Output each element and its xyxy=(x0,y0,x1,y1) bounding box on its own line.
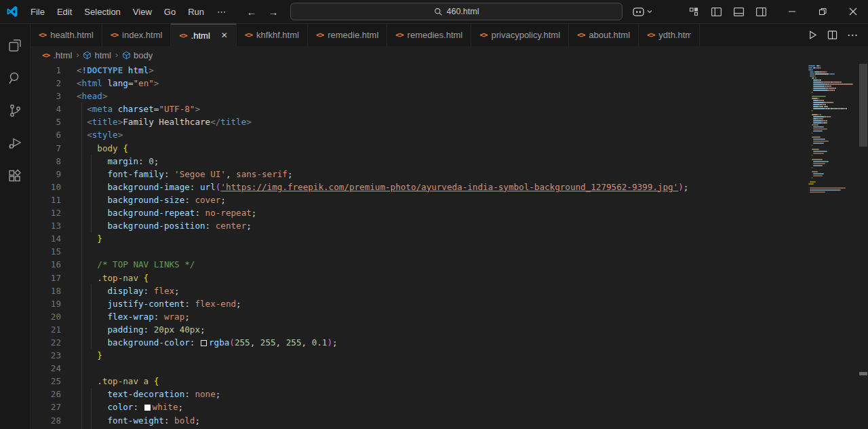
html-file-icon: <> xyxy=(245,31,252,39)
tab-label: .html xyxy=(191,31,210,41)
breadcrumb-symbol-html[interactable]: html xyxy=(83,50,111,60)
copilot-menu-button[interactable] xyxy=(632,7,653,17)
minimap-line xyxy=(810,187,846,189)
run-file-icon[interactable] xyxy=(808,30,818,40)
go-back-button[interactable]: ← xyxy=(244,4,259,19)
minimap[interactable] xyxy=(807,64,856,429)
minimap-line xyxy=(813,106,818,107)
editor-group: <>health.html<>index.html<>.html✕<>khfkh… xyxy=(31,24,868,429)
minimap-line xyxy=(823,118,824,119)
code-line-11: 11 background-size: cover; xyxy=(31,193,868,206)
tab-khfkhf-html[interactable]: <>khfkhf.html xyxy=(237,24,308,46)
minimap-line xyxy=(833,102,834,103)
chevron-down-icon xyxy=(646,8,653,15)
code-line-1: 1<!DOCTYPE html> xyxy=(31,64,868,77)
menu-bar: FileEditSelectionViewGoRun xyxy=(24,0,210,24)
minimap-line xyxy=(826,71,827,73)
tab-index-html[interactable]: <>index.html xyxy=(102,24,172,46)
restore-icon[interactable] xyxy=(807,0,837,23)
scrollbar-thumb[interactable] xyxy=(859,64,867,147)
line-number: 8 xyxy=(31,155,77,168)
split-editor-icon[interactable] xyxy=(827,30,837,40)
minimap-line xyxy=(813,67,816,69)
search-icon xyxy=(434,7,443,16)
menu-selection[interactable]: Selection xyxy=(78,0,126,24)
customize-layout-button[interactable] xyxy=(685,3,703,20)
line-number: 12 xyxy=(31,206,77,219)
tab-remedies-html[interactable]: <>remedies.html xyxy=(387,24,471,46)
menu-view[interactable]: View xyxy=(127,0,158,24)
line-number: 9 xyxy=(31,168,77,181)
minimap-line xyxy=(813,126,824,128)
tab--html[interactable]: <>.html✕ xyxy=(171,24,236,46)
source-control-icon[interactable] xyxy=(0,94,31,127)
minimap-line xyxy=(833,81,841,83)
line-number: 15 xyxy=(31,245,77,258)
close-icon[interactable] xyxy=(837,0,868,23)
code-line-8: 8 margin: 0; xyxy=(31,155,868,168)
minimap-line xyxy=(812,124,818,126)
minimap-line xyxy=(846,108,847,109)
minimap-line xyxy=(813,108,825,109)
tab-health-html[interactable]: <>health.html xyxy=(31,24,102,46)
more-actions-icon[interactable]: ⋯ xyxy=(847,29,859,41)
symbol-cube-icon xyxy=(122,51,131,60)
minimap-line xyxy=(810,191,825,193)
minimap-line xyxy=(813,122,822,124)
breadcrumb-symbol-body[interactable]: body xyxy=(122,50,153,60)
code-line-9: 9 font-family: 'Segoe UI', sans-serif; xyxy=(31,168,868,181)
minimap-line xyxy=(812,136,821,138)
line-number: 16 xyxy=(31,258,77,271)
toggle-panel-button[interactable] xyxy=(730,3,747,20)
toggle-secondary-sidebar-button[interactable] xyxy=(752,3,770,20)
code-line-4: 4 <meta charset="UTF-8"> xyxy=(31,102,868,115)
menu-run[interactable]: Run xyxy=(182,0,210,24)
tab-close-icon[interactable]: ✕ xyxy=(221,31,228,40)
minimap-line xyxy=(823,100,825,101)
indent-guide xyxy=(91,388,92,429)
code-line-12: 12 background-repeat: no-repeat; xyxy=(31,206,868,219)
code-editor[interactable]: 1<!DOCTYPE html>2<html lang="en">3<head>… xyxy=(31,64,868,429)
more-menus-button[interactable]: ⋯ xyxy=(210,7,233,17)
extensions-icon[interactable] xyxy=(0,160,31,192)
html-file-icon: <> xyxy=(316,31,323,39)
line-number: 20 xyxy=(31,310,77,323)
go-forward-button[interactable]: → xyxy=(266,4,281,19)
minimap-line xyxy=(813,163,825,164)
minimap-line xyxy=(812,145,812,146)
minimap-line xyxy=(812,132,812,134)
indent-guide xyxy=(81,102,82,429)
html-file-icon: <> xyxy=(479,31,487,39)
color-swatch-white xyxy=(144,405,151,411)
vscode-window: FileEditSelectionViewGoRun ⋯ ← → 460.htm… xyxy=(0,0,868,429)
toggle-primary-sidebar-button[interactable] xyxy=(707,3,725,20)
menu-edit[interactable]: Edit xyxy=(51,0,78,24)
html-file-icon: <> xyxy=(647,31,654,39)
tab-remedie-html[interactable]: <>remedie.html xyxy=(308,24,387,46)
menu-go[interactable]: Go xyxy=(158,0,182,24)
minimap-line xyxy=(823,81,831,83)
breadcrumb: <> .html › html › body xyxy=(31,46,868,64)
menu-file[interactable]: File xyxy=(24,0,51,24)
tab-label: index.html xyxy=(122,30,162,40)
minimap-line xyxy=(818,118,823,119)
breadcrumb-file[interactable]: .html xyxy=(53,50,72,60)
explorer-icon[interactable] xyxy=(0,29,31,62)
tab-ydth-html[interactable]: <>ydth.html xyxy=(639,24,700,46)
search-icon[interactable] xyxy=(0,62,31,94)
run-and-debug-icon[interactable] xyxy=(0,127,31,160)
tab-privacypolicy-html[interactable]: <>privacypolicy.html xyxy=(471,24,569,46)
minimap-line xyxy=(812,149,820,150)
html-file-icon: <> xyxy=(111,31,118,39)
minimap-line xyxy=(814,75,816,77)
command-center-search[interactable]: 460.html xyxy=(290,3,623,20)
minimap-line xyxy=(812,110,813,111)
breadcrumb-separator: › xyxy=(115,50,119,60)
tab-about-html[interactable]: <>about.html xyxy=(569,24,639,46)
vertical-scrollbar[interactable] xyxy=(859,64,868,429)
line-number: 28 xyxy=(31,414,77,427)
minimize-icon[interactable] xyxy=(776,0,807,23)
tab-label: remedies.html xyxy=(408,30,463,40)
copilot-icon xyxy=(632,7,645,17)
minimap-line xyxy=(840,81,842,83)
